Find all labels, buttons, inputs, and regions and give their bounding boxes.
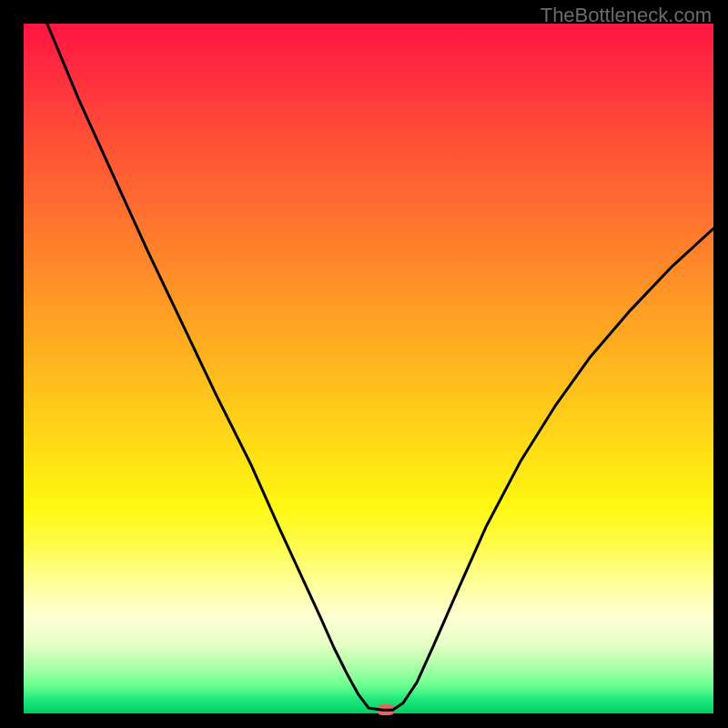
watermark-text: TheBottleneck.com bbox=[541, 4, 712, 27]
chart-area bbox=[24, 24, 713, 713]
chart-curve bbox=[24, 24, 713, 713]
